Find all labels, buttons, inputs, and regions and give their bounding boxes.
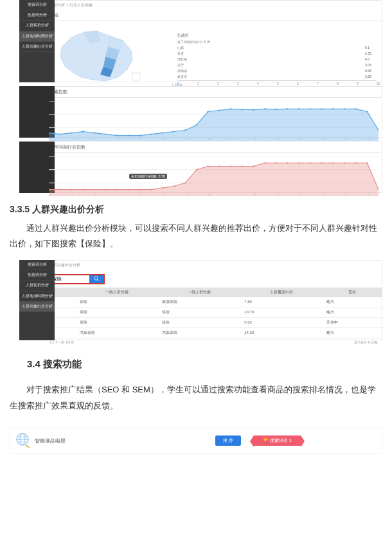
table-header: 人群覆盖出价 xyxy=(240,288,323,297)
chart-title: 搜索指数 xyxy=(46,87,382,98)
china-map xyxy=(49,24,145,86)
table-cell: 10.70 xyxy=(240,307,323,317)
svg-point-80 xyxy=(366,162,368,163)
svg-point-26 xyxy=(298,108,299,109)
sidebar-item[interactable]: 热搜词分析 xyxy=(19,270,55,280)
svg-point-70 xyxy=(253,165,254,167)
rank-badge: 🏆 搜索排名 1 xyxy=(254,435,301,446)
svg-point-17 xyxy=(196,124,197,125)
pager[interactable]: 1 2 下一页 共2页 显示条目 共15条 xyxy=(46,338,382,346)
svg-point-68 xyxy=(230,165,231,167)
table-cell: 略大 xyxy=(323,307,382,317)
svg-point-14 xyxy=(162,132,163,133)
sidebar-item[interactable]: 人群地域时间分析 xyxy=(19,291,55,302)
sidebar: 搜索词分析 热搜词分析 人群客群分析 人群地域时间分析 人群兴趣出价分析 xyxy=(19,260,55,340)
svg-point-18 xyxy=(207,111,208,112)
svg-point-59 xyxy=(128,188,129,190)
heading-34: 3.4 搜索功能 xyxy=(27,358,382,371)
svg-point-32 xyxy=(366,111,368,112)
region-bars: 行政区 搜了保险的地方共 5 类 山东9.1北京2.35河北省9.6辽宁3.08… xyxy=(177,33,377,86)
bar-value: 3.08 xyxy=(365,63,377,67)
table-cell: 汽车保险 xyxy=(76,327,158,338)
svg-point-8 xyxy=(94,132,95,133)
table-cell: 汽车保险 xyxy=(158,327,240,338)
table-cell: 保险 xyxy=(76,317,158,327)
bar-value: 2.35 xyxy=(365,51,377,55)
sidebar-item[interactable]: 人群兴趣出价分析 xyxy=(19,302,55,312)
svg-text:29: 29 xyxy=(367,193,370,196)
svg-point-61 xyxy=(150,188,152,190)
svg-text:13: 13 xyxy=(185,138,188,141)
bar-value: 9.6 xyxy=(365,57,377,61)
svg-text:27: 27 xyxy=(344,138,348,141)
svg-point-76 xyxy=(321,162,322,163)
svg-point-20 xyxy=(230,108,231,109)
bars-axis: 012345678910 xyxy=(177,80,377,86)
svg-point-54 xyxy=(71,188,72,190)
bar-label: 河南省 xyxy=(177,69,190,73)
svg-text:15: 15 xyxy=(208,193,211,196)
svg-point-56 xyxy=(94,188,95,190)
svg-point-21 xyxy=(241,109,242,110)
table-cell: 保险 xyxy=(158,317,240,327)
bar-row: 山东9.1 xyxy=(177,45,377,50)
svg-point-58 xyxy=(116,188,118,190)
table-header: 一级人群分类 xyxy=(76,288,158,297)
search-button[interactable] xyxy=(89,275,103,283)
search-result-row: 智能液晶电视 推 荐 🏆 搜索排名 1 xyxy=(10,428,382,454)
sidebar-item[interactable]: 搜索词分析 xyxy=(19,260,55,270)
search-box xyxy=(49,274,105,284)
pager-left[interactable]: 1 2 下一页 共2页 xyxy=(49,340,74,344)
chart-title: 去年同期行业指数 xyxy=(46,142,382,153)
table-cell: 保险 xyxy=(76,297,158,307)
svg-point-64 xyxy=(184,182,186,183)
svg-text:11: 11 xyxy=(163,138,166,141)
svg-point-62 xyxy=(162,187,163,188)
table-cell: 略大 xyxy=(323,297,382,307)
heading-335: 3.3.5 人群兴趣出价分析 xyxy=(10,201,382,218)
table-row: 1保险健康保险7.89略大 xyxy=(46,297,382,307)
svg-text:29: 29 xyxy=(367,138,370,141)
product-name: 智能液晶电视 xyxy=(35,437,215,444)
svg-point-74 xyxy=(298,162,299,163)
svg-point-66 xyxy=(207,165,208,167)
search-input[interactable] xyxy=(51,275,89,283)
sidebar-item[interactable]: 热搜词分析 xyxy=(19,10,55,21)
svg-point-77 xyxy=(332,162,334,163)
table-cell: 保险 xyxy=(158,307,240,317)
svg-text:17: 17 xyxy=(231,193,234,196)
table-cell: 保险 xyxy=(76,307,158,317)
table-cell: 略大 xyxy=(323,327,382,338)
svg-text:19: 19 xyxy=(253,193,256,196)
svg-point-16 xyxy=(184,129,186,131)
recommend-badge[interactable]: 推 荐 xyxy=(215,435,241,446)
svg-point-69 xyxy=(241,165,242,167)
bar-value: 9.1 xyxy=(365,46,377,50)
svg-point-71 xyxy=(264,162,265,163)
sidebar-item[interactable]: 搜索词分析 xyxy=(19,0,55,10)
svg-point-5 xyxy=(59,133,60,134)
svg-point-27 xyxy=(310,108,311,109)
sidebar-item[interactable]: 人群客群分析 xyxy=(19,280,55,291)
svg-point-57 xyxy=(105,188,106,190)
pager-right: 显示条目 共15条 xyxy=(354,340,378,344)
table-cell: 5.62 xyxy=(240,317,323,327)
bar-label: 河北省 xyxy=(177,57,190,61)
table-cell: 7.89 xyxy=(240,297,323,307)
svg-text:13: 13 xyxy=(185,193,188,196)
bars-subtitle: 搜了保险的地方共 5 类 xyxy=(177,40,377,44)
svg-text:15: 15 xyxy=(208,138,211,141)
svg-point-60 xyxy=(139,188,140,190)
para-335: 通过人群兴趣出价分析模块，可以搜索不同人群兴趣的推荐出价，方便对于不同人群兴趣针… xyxy=(10,221,382,252)
tab-region[interactable]: 地域 xyxy=(46,10,382,21)
bar-value: 3.68 xyxy=(365,75,377,78)
bar-row: 河南省9.83 xyxy=(177,68,377,73)
chart-tooltip: 去年同期行业指数: 3.78 xyxy=(129,174,167,179)
svg-point-28 xyxy=(321,108,322,109)
svg-text:17: 17 xyxy=(231,138,234,141)
svg-line-104 xyxy=(26,445,30,448)
table-row: 2保险保险10.70略大 xyxy=(46,307,382,317)
table-cell: 健康保险 xyxy=(158,297,240,307)
svg-point-22 xyxy=(253,109,254,110)
breadcrumb: 人群兴趣出价分析 xyxy=(46,261,382,270)
